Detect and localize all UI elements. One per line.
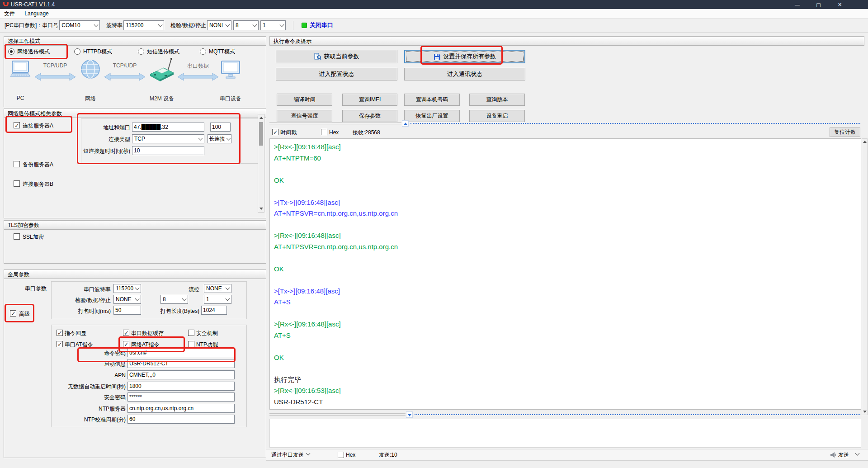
enter-config-button[interactable]: 进入配置状态 — [276, 68, 397, 80]
collapse-up-button[interactable] — [402, 120, 409, 127]
radio-httpd[interactable] — [74, 48, 80, 55]
server-b-checkbox[interactable] — [14, 180, 20, 187]
send-method-dropdown[interactable]: 通过串口发送 — [271, 450, 304, 459]
query-phone-number-button[interactable]: 查询本机号码 — [404, 94, 460, 106]
security-password-input[interactable] — [127, 392, 235, 402]
databits-select[interactable]: 8 — [233, 20, 259, 30]
set-save-params-button[interactable]: 设置并保存所有参数 — [404, 50, 525, 63]
ntp-checkbox[interactable] — [188, 341, 194, 347]
scroll-down-icon[interactable] — [259, 208, 263, 210]
reset-count-button[interactable]: 复位计数 — [830, 128, 860, 137]
ntp-server-input[interactable] — [127, 404, 235, 413]
scrollbar-thumb[interactable] — [259, 122, 263, 146]
send-button[interactable]: 发送 — [838, 450, 849, 459]
pack-time-input[interactable] — [113, 306, 141, 315]
collapse-down-button[interactable] — [406, 411, 413, 418]
log-line: AT+NTPSVR=cn.ntp.org.cn,us.ntp.org.cn — [274, 208, 857, 219]
chevron-down-icon — [135, 296, 140, 301]
server-a-address-input[interactable] — [132, 123, 204, 132]
horizontal-scroll-track[interactable] — [410, 123, 860, 124]
send-hex-checkbox[interactable] — [338, 452, 344, 458]
log-line — [274, 363, 857, 374]
scroll-up-icon[interactable] — [259, 117, 263, 119]
pack-time-label: 打包时间(ms) — [63, 307, 111, 316]
enter-comm-button[interactable]: 进入通讯状态 — [404, 68, 525, 80]
short-timeout-input[interactable] — [132, 146, 204, 155]
log-line — [274, 219, 857, 231]
uart-cache-checkbox[interactable] — [123, 330, 129, 336]
log-output[interactable]: >[Rx<-][09:16:48][asc]AT+NTPTM=60 OK >[T… — [269, 138, 861, 410]
log-line: AT+S — [274, 297, 857, 308]
scroll-up-icon[interactable] — [863, 141, 867, 143]
window-title: USR-CAT1 V1.1.4 — [11, 0, 55, 9]
radio-mqtt[interactable] — [200, 48, 206, 55]
keep-mode-select[interactable]: 长连接 — [208, 134, 231, 143]
security-password-label: 安全密码 — [54, 393, 126, 402]
baud-select[interactable]: 115200 — [123, 20, 164, 30]
scroll-down-icon[interactable] — [863, 411, 867, 413]
log-hex-checkbox[interactable] — [321, 129, 327, 135]
ntp-server-label: NTP服务器 — [54, 404, 126, 413]
save-icon — [434, 53, 440, 60]
net-params-scrollbar[interactable] — [258, 114, 264, 213]
stopbits-select[interactable]: 1 — [260, 20, 286, 30]
ntp-period-label: NTP校准周期(分) — [54, 415, 126, 424]
compile-time-button[interactable]: 编译时间 — [277, 94, 332, 106]
save-params-button[interactable]: 保存参数 — [342, 110, 397, 122]
net-at-checkbox[interactable] — [123, 341, 129, 347]
uart-at-checkbox[interactable] — [57, 341, 63, 347]
com-port-select[interactable]: COM10 — [59, 20, 100, 30]
server-a-checkbox[interactable] — [14, 122, 20, 128]
gp-flow-select[interactable]: NONE — [204, 284, 231, 293]
horizontal-scroll-track[interactable] — [415, 414, 860, 415]
pc-serial-label: [PC串口参数]：串口号 — [5, 22, 58, 29]
send-input-area[interactable] — [269, 419, 861, 448]
close-button[interactable]: ✕ — [829, 0, 850, 9]
gp-databits-select[interactable]: 8 — [160, 295, 188, 304]
cmd-password-input[interactable] — [127, 348, 235, 357]
no-data-restart-input[interactable] — [127, 382, 235, 391]
backup-a-checkbox[interactable] — [14, 161, 20, 167]
factory-reset-button[interactable]: 恢复出厂设置 — [404, 110, 460, 122]
timestamp-checkbox[interactable] — [272, 129, 278, 135]
ssl-checkbox[interactable] — [14, 233, 20, 240]
log-line: >[Rx<-][09:16:53][asc] — [274, 385, 857, 397]
radio-net-passthrough[interactable] — [8, 48, 14, 55]
boot-message-input[interactable] — [127, 359, 235, 368]
cmd-echo-checkbox[interactable] — [57, 330, 63, 336]
query-version-button[interactable]: 查询版本 — [469, 94, 525, 106]
chevron-down-icon — [198, 136, 203, 140]
ntp-period-input[interactable] — [127, 415, 235, 424]
global-params-title: 全局参数 — [4, 269, 266, 279]
close-port-button[interactable]: 关闭串口 — [310, 21, 333, 29]
gp-parity-select[interactable]: NONE — [113, 295, 141, 304]
log-vertical-scrollbar[interactable] — [862, 138, 868, 415]
m2m-device-icon — [148, 57, 175, 81]
device-restart-button[interactable]: 设备重启 — [469, 110, 525, 122]
gp-baud-select[interactable]: 115200 — [113, 284, 141, 293]
query-imei-button[interactable]: 查询IMEI — [342, 94, 397, 106]
gp-stopbits-select[interactable]: 1 — [204, 295, 231, 304]
query-signal-button[interactable]: 查信号强度 — [277, 110, 332, 122]
backup-a-label: 备份服务器A — [23, 160, 53, 169]
chevron-down-icon — [182, 296, 187, 301]
log-line — [274, 341, 857, 352]
advanced-checkbox[interactable] — [10, 310, 16, 317]
radio-sms-passthrough[interactable] — [138, 48, 144, 55]
no-data-restart-label: 无数据自动重启时间(秒) — [54, 382, 126, 391]
parity-data-stop-label: 检验/数据/停止 — [170, 22, 206, 29]
menu-language[interactable]: Language — [20, 9, 52, 18]
get-params-button[interactable]: 获取当前参数 — [276, 50, 397, 63]
timestamp-label: 时间戳 — [280, 128, 297, 137]
minimize-button[interactable]: — — [787, 0, 808, 9]
server-a-port-input[interactable] — [210, 123, 231, 132]
net-params-title: 网络透传模式相关参数 — [4, 109, 266, 118]
pack-len-input[interactable] — [201, 306, 227, 315]
security-checkbox[interactable] — [188, 330, 194, 336]
menu-file[interactable]: 文件 — [0, 9, 19, 18]
conn-type-select[interactable]: TCP — [132, 134, 204, 143]
radio-mqtt-label: MQTT模式 — [209, 47, 235, 56]
maximize-button[interactable]: ▢ — [808, 0, 829, 9]
parity-select[interactable]: NONI — [207, 20, 231, 30]
apn-input[interactable] — [127, 370, 235, 379]
